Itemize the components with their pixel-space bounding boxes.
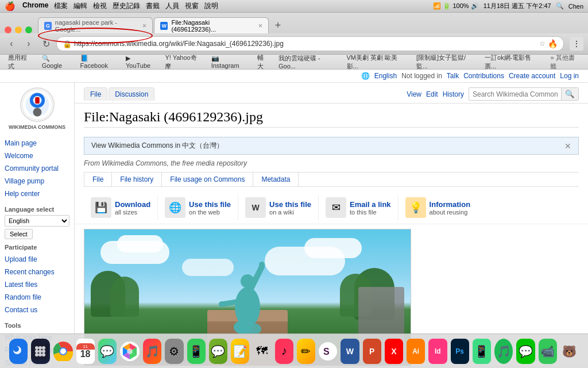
menu-edit[interactable]: 編輯 [74, 1, 87, 11]
forward-button[interactable]: › [22, 37, 36, 51]
close-button[interactable] [5, 26, 11, 33]
maximize-button[interactable] [25, 26, 32, 33]
new-tab-button[interactable]: + [270, 17, 286, 33]
action-view[interactable]: View [407, 90, 421, 98]
bookmark-apps[interactable]: 應用程式 [5, 55, 36, 70]
apple-icon[interactable]: 🍎 [5, 1, 16, 12]
extension-fire-icon[interactable]: 🔥 [548, 39, 558, 48]
notice-close-button[interactable]: ✕ [564, 141, 571, 151]
tab-file[interactable]: File [84, 87, 107, 101]
dock-music[interactable]: 🎵 [143, 339, 161, 364]
action-use-wiki[interactable]: W Use this file on a wiki [238, 195, 319, 220]
dock-maps[interactable]: 🗺 [253, 339, 271, 364]
tab-discussion[interactable]: Discussion [109, 87, 154, 101]
action-email[interactable]: ✉ Email a link to this file [319, 195, 399, 220]
extension-btn-1[interactable]: ⋮ [570, 37, 583, 51]
menu-help[interactable]: 說明 [204, 1, 218, 11]
menu-view[interactable]: 檢視 [93, 1, 107, 11]
file-tab-file[interactable]: File [84, 172, 112, 186]
dock-line[interactable]: 💬 [516, 339, 535, 364]
menu-chrome[interactable]: Chrome [22, 1, 48, 11]
sidebar-village-pump[interactable]: Village pump [5, 175, 69, 187]
tab-close-2[interactable]: × [258, 22, 262, 30]
topbar-talk[interactable]: Talk [447, 72, 459, 80]
sidebar-help-center[interactable]: Help center [5, 187, 69, 200]
bookmark-youtube[interactable]: ▶ YouTube [122, 55, 159, 70]
wiki-search-input[interactable] [469, 89, 561, 100]
action-use-web[interactable]: 🌐 Use this file on the web [158, 195, 238, 220]
dock-adobe-x[interactable]: X [385, 339, 403, 364]
topbar-login[interactable]: Log in [560, 72, 579, 80]
wiki-search-box[interactable]: 🔍 [469, 87, 579, 101]
menu-file[interactable]: 檔案 [54, 1, 68, 11]
dock-notes[interactable]: 📝 [231, 339, 249, 364]
sidebar-contact-us[interactable]: Contact us [5, 304, 69, 316]
dock-photoshop[interactable]: Ps [451, 339, 469, 364]
dock-facetime[interactable]: 📹 [539, 339, 557, 364]
dock-messages[interactable]: 💬 [98, 339, 117, 364]
select-language-button[interactable]: Select [5, 229, 33, 239]
bookmark-instagram[interactable]: 📷 Instagram [208, 55, 252, 70]
address-box[interactable]: 🔒 https://commons.wikimedia.org/wiki/Fil… [56, 36, 564, 51]
tab-2[interactable]: W File:Nagasaki (4696129236)... × [154, 17, 269, 33]
sidebar-community-portal[interactable]: Community portal [5, 162, 69, 175]
bookmark-drive[interactable]: 我的雲端硬碟 - Goo... [275, 55, 341, 70]
bookmark-star-icon[interactable]: ☆ [539, 40, 546, 48]
tab-1[interactable]: G nagasaki peace park - Google... × [38, 17, 153, 33]
sidebar-latest-files[interactable]: Latest files [5, 278, 69, 291]
bookmark-fujen[interactable]: 輔大 [254, 55, 273, 70]
dock-indesign[interactable]: Id [428, 339, 447, 364]
dock-powerpoint[interactable]: P [363, 339, 381, 364]
dock-finder[interactable] [9, 339, 28, 364]
action-history[interactable]: History [443, 90, 464, 98]
minimize-button[interactable] [15, 26, 22, 33]
menu-people[interactable]: 人員 [165, 1, 179, 11]
user-icon[interactable]: 🔍 [556, 2, 564, 10]
bookmark-yahoo[interactable]: Y! Yahoo奇摩 [161, 55, 205, 70]
file-tab-history[interactable]: File history [112, 172, 162, 186]
sidebar-main-page[interactable]: Main page [5, 137, 69, 150]
action-edit[interactable]: Edit [426, 90, 438, 98]
dock-chrome[interactable] [53, 339, 73, 364]
topbar-language[interactable]: English [374, 72, 397, 80]
bookmark-vm[interactable]: VM美劇 英劇 歐美影... [343, 55, 411, 70]
file-tab-metadata[interactable]: Metadata [253, 172, 299, 186]
bookmark-other[interactable]: » 其他書籤 [547, 55, 583, 70]
extensions-area: ⋮ [570, 37, 583, 51]
bookmark-restricted[interactable]: [限制級]女子監獄/監... [413, 55, 479, 70]
sidebar-welcome[interactable]: Welcome [5, 150, 69, 162]
dock-calendar[interactable]: 11 18 [76, 339, 95, 364]
dock-bear[interactable]: 🐻 [560, 339, 579, 364]
file-tab-usage[interactable]: File usage on Commons [162, 172, 253, 186]
sidebar-random-file[interactable]: Random file [5, 291, 69, 304]
bookmark-facebook[interactable]: 📘 Facebook [77, 55, 120, 70]
dock-itunes[interactable]: ♪ [275, 339, 293, 364]
menu-history[interactable]: 歷史記錄 [113, 1, 140, 11]
sidebar-recent-changes[interactable]: Recent changes [5, 266, 69, 278]
dock-photos[interactable] [120, 339, 140, 364]
menu-bookmarks[interactable]: 書籤 [146, 1, 160, 11]
dock-launchpad[interactable] [31, 339, 49, 364]
wiki-search-button[interactable]: 🔍 [561, 88, 578, 100]
language-dropdown[interactable]: English [5, 215, 69, 227]
dock-android[interactable]: 📱 [473, 339, 491, 364]
action-download[interactable]: 💾 Download all sizes [84, 195, 158, 220]
back-button[interactable]: ‹ [5, 37, 18, 51]
menu-window[interactable]: 視窗 [185, 1, 199, 11]
bookmark-google[interactable]: 🔍 Google [38, 55, 75, 70]
reload-button[interactable]: ↻ [39, 37, 53, 51]
dock-slack[interactable]: S [319, 339, 337, 364]
dock-phone[interactable]: 📱 [187, 339, 206, 364]
dock-word[interactable]: W [341, 339, 359, 364]
dock-spotify[interactable]: 🎵 [494, 339, 513, 364]
bookmark-ticket[interactable]: 一訂ok網-電影售票... [481, 55, 544, 70]
topbar-create-account[interactable]: Create account [509, 72, 555, 80]
dock-settings[interactable]: ⚙ [165, 339, 183, 364]
dock-sketch[interactable]: ✏ [297, 339, 315, 364]
topbar-contributions[interactable]: Contributions [463, 72, 504, 80]
action-info[interactable]: 💡 Information about reusing [399, 195, 478, 220]
dock-wechat[interactable]: 💬 [209, 339, 227, 364]
tab-close-1[interactable]: × [142, 22, 146, 30]
sidebar-upload-file[interactable]: Upload file [5, 253, 69, 266]
dock-illustrator[interactable]: Ai [407, 339, 425, 364]
